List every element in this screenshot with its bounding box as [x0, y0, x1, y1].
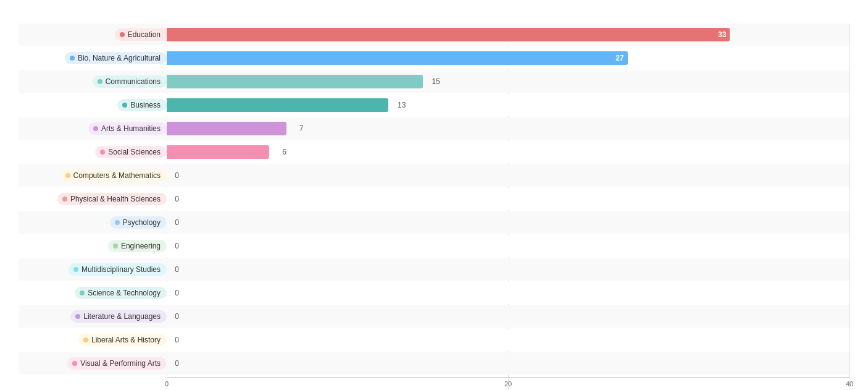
label-pill: Literature & Languages	[70, 310, 167, 323]
bar-area: 15	[167, 75, 849, 88]
grid-line	[849, 23, 850, 389]
bars-container: Education33Bio, Nature & Agricultural27C…	[19, 23, 849, 375]
bar-label: Literature & Languages	[83, 312, 161, 321]
bar-value: 0	[175, 289, 179, 297]
bar-label: Business	[130, 101, 161, 109]
bar-value: 33	[718, 30, 726, 39]
dot-icon	[113, 244, 118, 248]
label-pill: Liberal Arts & History	[78, 334, 167, 346]
label-pill: Communications	[93, 75, 167, 88]
dot-icon	[73, 267, 78, 272]
bar-value: 6	[282, 148, 286, 156]
bar-row: Psychology0	[19, 211, 849, 234]
label-area: Multidisciplinary Studies	[19, 263, 167, 276]
bar-row: Literature & Languages0	[19, 305, 849, 328]
bar-area: 0	[167, 169, 849, 182]
label-pill: Bio, Nature & Agricultural	[65, 52, 167, 64]
label-area: Visual & Performing Arts	[19, 357, 167, 370]
label-area: Bio, Nature & Agricultural	[19, 52, 167, 64]
x-tick: 0	[165, 380, 169, 388]
bar-label: Bio, Nature & Agricultural	[78, 54, 161, 62]
bar-row: Physical & Health Sciences0	[19, 188, 849, 210]
chart-container: Education33Bio, Nature & Agricultural27C…	[19, 23, 849, 389]
bar-row: Visual & Performing Arts0	[19, 352, 849, 375]
bar: 15	[167, 75, 423, 88]
bar-row: Multidisciplinary Studies0	[19, 258, 849, 281]
bar-value: 0	[175, 195, 179, 203]
bar-row: Science & Technology0	[19, 282, 849, 304]
bar-area: 0	[167, 286, 849, 300]
label-area: Literature & Languages	[19, 310, 167, 323]
bar-value: 0	[175, 265, 179, 274]
bar-row: Social Sciences6	[19, 141, 849, 163]
label-area: Communications	[19, 75, 167, 88]
bar: 27	[167, 51, 628, 65]
label-area: Arts & Humanities	[19, 122, 167, 135]
label-pill: Computers & Mathematics	[61, 169, 167, 182]
bar-value: 27	[616, 54, 624, 62]
bar-label: Science & Technology	[88, 289, 161, 297]
bar-area: 6	[167, 145, 849, 159]
label-area: Science & Technology	[19, 287, 167, 299]
bar-area: 0	[167, 310, 849, 323]
bar-value: 0	[175, 242, 179, 250]
label-pill: Arts & Humanities	[88, 122, 167, 135]
label-pill: Education	[115, 28, 167, 41]
label-pill: Science & Technology	[75, 287, 167, 299]
dot-icon	[98, 79, 102, 84]
label-area: Social Sciences	[19, 146, 167, 158]
bar-value: 0	[175, 359, 179, 368]
label-pill: Business	[117, 99, 167, 111]
bar-area: 0	[167, 216, 849, 229]
label-area: Education	[19, 28, 167, 41]
bar-label: Communications	[106, 77, 161, 86]
bar-label: Visual & Performing Arts	[80, 359, 161, 368]
label-pill: Physical & Health Sciences	[57, 193, 167, 205]
bar-label: Psychology	[123, 218, 161, 227]
bar-value: 0	[175, 312, 179, 321]
bar-row: Arts & Humanities7	[19, 117, 849, 140]
label-pill: Psychology	[110, 216, 167, 229]
bar-area: 27	[167, 51, 849, 65]
bar-value: 0	[175, 336, 179, 344]
bar-label: Multidisciplinary Studies	[81, 265, 161, 274]
dot-icon	[100, 150, 105, 155]
bar-label: Arts & Humanities	[101, 124, 161, 133]
label-area: Liberal Arts & History	[19, 334, 167, 346]
bar-area: 0	[167, 263, 849, 276]
bar-value: 0	[175, 171, 179, 180]
bar: 13	[167, 98, 388, 112]
bar-area: 33	[167, 28, 849, 41]
bar-area: 13	[167, 98, 849, 112]
label-area: Physical & Health Sciences	[19, 193, 167, 205]
bar-area: 0	[167, 239, 849, 253]
x-tick: 40	[846, 380, 853, 388]
dot-icon	[75, 314, 80, 319]
bar-value: 0	[175, 218, 179, 227]
bar-value: 15	[432, 77, 440, 86]
x-tick: 20	[504, 380, 512, 388]
bar: 33	[167, 28, 730, 41]
dot-icon	[122, 103, 127, 108]
label-pill: Engineering	[108, 240, 167, 252]
bar-area: 0	[167, 357, 849, 370]
dot-icon	[115, 220, 120, 225]
dot-icon	[93, 126, 98, 131]
dot-icon	[70, 56, 75, 61]
bar-area: 0	[167, 333, 849, 347]
dot-icon	[120, 32, 125, 37]
bar-label: Physical & Health Sciences	[70, 195, 161, 203]
dot-icon	[83, 337, 88, 342]
label-area: Business	[19, 99, 167, 111]
dot-icon	[62, 197, 67, 201]
dot-icon	[80, 290, 85, 295]
dot-icon	[72, 361, 77, 366]
bar-label: Engineering	[121, 242, 161, 250]
bar-area: 7	[167, 122, 849, 135]
x-axis: 02040	[167, 377, 849, 389]
bar-label: Computers & Mathematics	[73, 171, 161, 180]
bar-value: 7	[299, 124, 304, 133]
dot-icon	[65, 173, 70, 178]
bar-row: Communications15	[19, 70, 849, 93]
bar-row: Bio, Nature & Agricultural27	[19, 47, 849, 69]
